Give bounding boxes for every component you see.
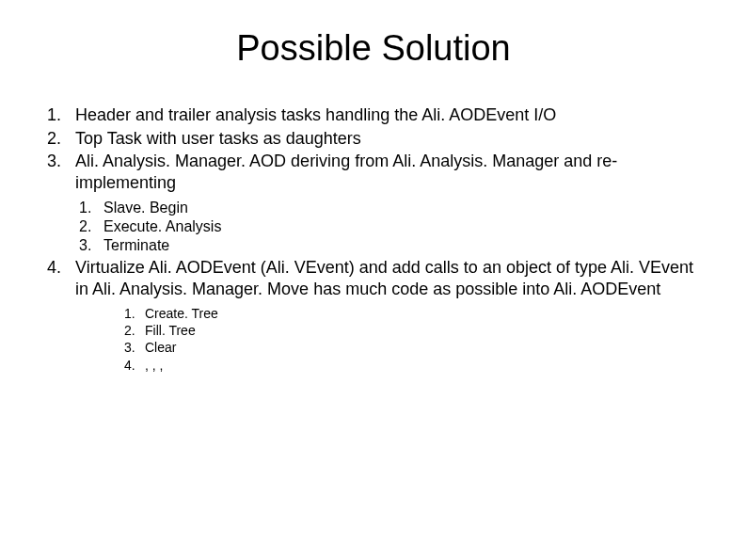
list-item: Ali. Analysis. Manager. AOD deriving fro…: [38, 151, 709, 255]
list-item-text: Top Task with user tasks as daughters: [75, 129, 361, 148]
sub-list-item-text: Execute. Analysis: [103, 218, 221, 234]
sub-list-item-text: Terminate: [103, 237, 169, 253]
list-item-text: Ali. Analysis. Manager. AOD deriving fro…: [75, 152, 617, 192]
sub-list-item: Execute. Analysis: [75, 217, 709, 236]
sub-list: Create. Tree Fill. Tree Clear , , ,: [120, 305, 709, 374]
sub-list-item-text: Clear: [145, 340, 176, 355]
sub-list-item: Terminate: [75, 236, 709, 255]
sub-list-item: Create. Tree: [120, 305, 709, 322]
list-item-text: Header and trailer analysis tasks handli…: [75, 105, 556, 124]
list-item-text: Virtualize Ali. AODEvent (Ali. VEvent) a…: [75, 258, 693, 298]
sub-list-item-text: , , ,: [145, 358, 163, 373]
sub-list: Slave. Begin Execute. Analysis Terminate: [75, 199, 709, 255]
slide-title: Possible Solution: [38, 28, 709, 69]
sub-list-item-text: Slave. Begin: [103, 200, 188, 216]
sub-list-item: Clear: [120, 339, 709, 356]
list-item: Top Task with user tasks as daughters: [38, 128, 709, 150]
solution-list: Header and trailer analysis tasks handli…: [38, 104, 709, 374]
sub-list-item: Slave. Begin: [75, 199, 709, 217]
sub-list-item-text: Fill. Tree: [145, 323, 196, 338]
list-item: Virtualize Ali. AODEvent (Ali. VEvent) a…: [38, 257, 709, 374]
sub-list-item-text: Create. Tree: [145, 306, 218, 321]
sub-list-item: , , ,: [120, 357, 709, 374]
list-item: Header and trailer analysis tasks handli…: [38, 104, 709, 126]
sub-list-item: Fill. Tree: [120, 322, 709, 339]
